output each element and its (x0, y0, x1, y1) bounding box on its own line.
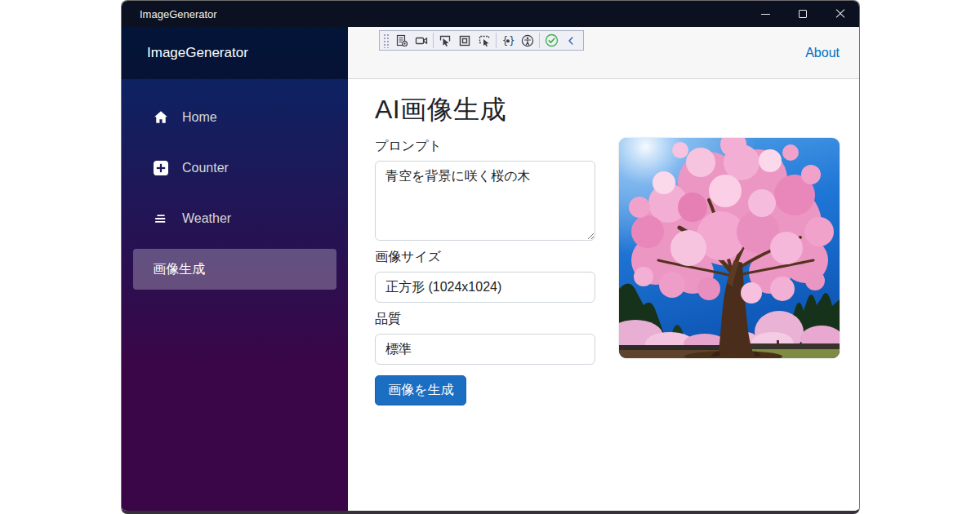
main-area: { } (348, 27, 859, 511)
sidebar-item-label: 画像生成 (153, 261, 205, 278)
image-size-input[interactable] (375, 272, 595, 303)
page-title: AI画像生成 (375, 92, 859, 128)
sidebar-item-counter[interactable]: Counter (133, 148, 336, 188)
sidebar-item-label: Weather (182, 211, 231, 226)
minimize-button[interactable] (746, 1, 784, 27)
quality-label: 品質 (375, 311, 595, 328)
maximize-icon (799, 10, 807, 18)
sidebar-item-home[interactable]: Home (133, 97, 336, 138)
quality-input[interactable] (375, 334, 595, 365)
xaml-hot-reload-icon[interactable]: { } (498, 32, 518, 49)
svg-text:}: } (510, 35, 514, 47)
window-controls (746, 1, 859, 27)
sidebar-item-weather[interactable]: Weather (133, 198, 336, 239)
image-size-label: 画像サイズ (375, 249, 595, 266)
maximize-button[interactable] (784, 1, 822, 27)
title-bar[interactable]: ImageGenerator (122, 1, 859, 27)
page-content: AI画像生成 プロンプト 青空を背景に咲く桜の木 画像サイズ 品質 画像を生成 (348, 79, 859, 511)
layout-adorners-icon[interactable] (455, 32, 474, 49)
collapse-chevron-icon[interactable] (561, 32, 581, 49)
plus-square-icon (153, 160, 169, 176)
hot-reload-ok-icon[interactable] (541, 32, 561, 49)
close-icon (835, 9, 845, 19)
track-focused-element-icon[interactable] (474, 32, 494, 49)
app-brand: ImageGenerator (147, 45, 248, 61)
accessibility-checker-icon[interactable] (518, 32, 537, 49)
list-lines-icon (153, 210, 169, 227)
about-link[interactable]: About (805, 46, 840, 60)
generation-form: プロンプト 青空を背景に咲く桜の木 画像サイズ 品質 画像を生成 (375, 138, 595, 405)
close-button[interactable] (822, 1, 859, 27)
debug-toolbar: { } (379, 30, 584, 51)
generate-image-button[interactable]: 画像を生成 (375, 375, 466, 405)
nav-menu: Home Counter (122, 79, 348, 299)
prompt-label: プロンプト (375, 138, 595, 155)
minimize-icon (761, 14, 770, 15)
sidebar-header: ImageGenerator (122, 27, 348, 79)
prompt-input[interactable]: 青空を背景に咲く桜の木 (375, 161, 595, 241)
sidebar: ImageGenerator Home Coun (122, 27, 348, 511)
live-visual-tree-icon[interactable] (392, 32, 412, 49)
sidebar-item-image-generation[interactable]: 画像生成 (133, 249, 336, 290)
app-window: ImageGenerator ImageGenerator Home (121, 0, 860, 514)
generated-image (619, 138, 840, 358)
screen-capture-icon[interactable] (412, 32, 431, 49)
toolbar-separator (433, 33, 434, 48)
toolbar-separator (539, 33, 540, 48)
toolbar-drag-grip[interactable] (383, 33, 390, 48)
sidebar-item-label: Counter (182, 161, 229, 175)
select-element-icon[interactable] (435, 32, 455, 49)
home-icon (153, 109, 169, 126)
window-title: ImageGenerator (122, 8, 746, 20)
toolbar-separator (496, 33, 497, 48)
sidebar-item-label: Home (182, 110, 217, 125)
